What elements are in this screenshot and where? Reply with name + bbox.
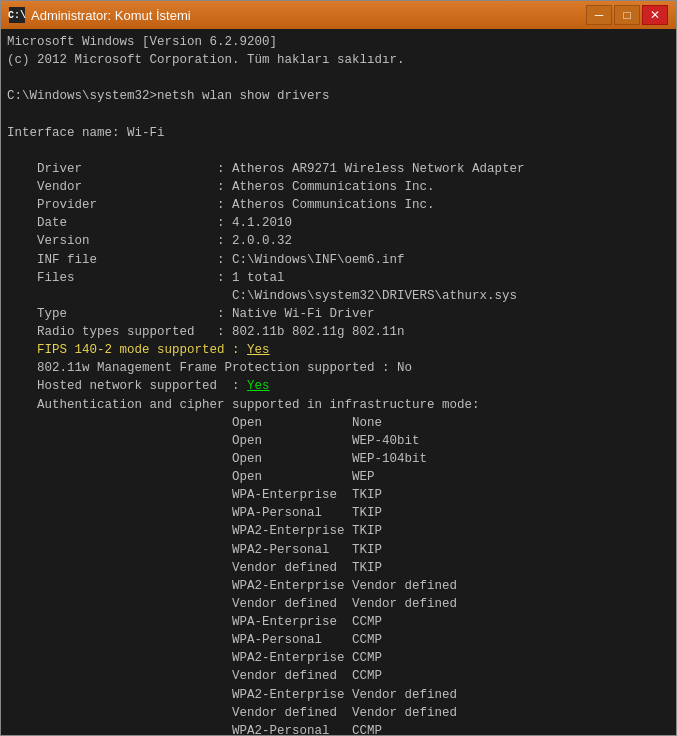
main-window: C:\ Administrator: Komut İstemi ─ □ ✕ Mi…	[0, 0, 677, 736]
window-icon: C:\	[9, 7, 25, 23]
title-bar-left: C:\ Administrator: Komut İstemi	[9, 7, 191, 23]
minimize-button[interactable]: ─	[586, 5, 612, 25]
title-bar: C:\ Administrator: Komut İstemi ─ □ ✕	[1, 1, 676, 29]
maximize-button[interactable]: □	[614, 5, 640, 25]
window-title: Administrator: Komut İstemi	[31, 8, 191, 23]
close-button[interactable]: ✕	[642, 5, 668, 25]
terminal-output[interactable]: Microsoft Windows [Version 6.2.9200] (c)…	[1, 29, 676, 735]
window-controls: ─ □ ✕	[586, 5, 668, 25]
